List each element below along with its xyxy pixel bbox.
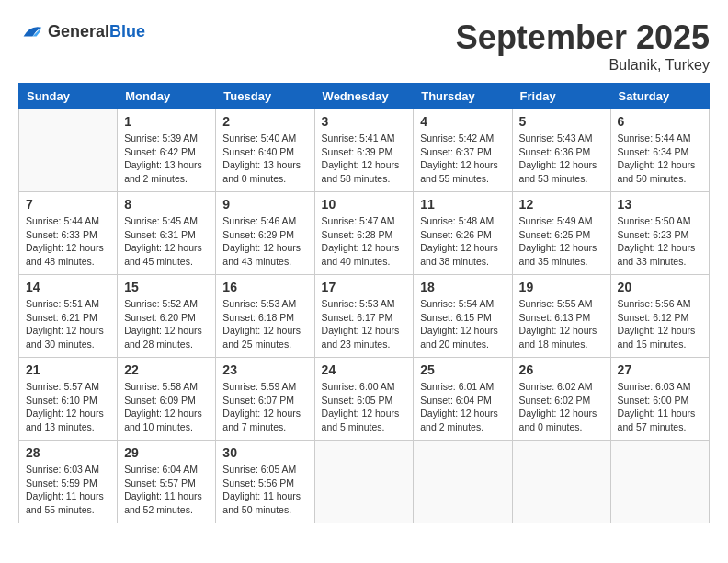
day-info: Sunrise: 5:53 AMSunset: 6:18 PMDaylight:… (222, 297, 307, 351)
table-row: 15Sunrise: 5:52 AMSunset: 6:20 PMDayligh… (118, 275, 216, 358)
col-wednesday: Wednesday (314, 84, 414, 109)
day-info: Sunrise: 5:53 AMSunset: 6:17 PMDaylight:… (322, 297, 407, 351)
day-number: 11 (420, 197, 505, 212)
col-tuesday: Tuesday (216, 84, 314, 109)
table-row: 24Sunrise: 6:00 AMSunset: 6:05 PMDayligh… (314, 358, 414, 441)
day-info: Sunrise: 5:47 AMSunset: 6:28 PMDaylight:… (322, 214, 407, 269)
table-row: 20Sunrise: 5:56 AMSunset: 6:12 PMDayligh… (610, 275, 709, 358)
table-row: 1Sunrise: 5:39 AMSunset: 6:42 PMDaylight… (118, 109, 216, 192)
day-info: Sunrise: 5:46 AMSunset: 6:29 PMDaylight:… (222, 214, 307, 269)
day-number: 17 (322, 280, 407, 294)
day-info: Sunrise: 5:56 AMSunset: 6:12 PMDaylight:… (618, 297, 702, 351)
week-row-4: 21Sunrise: 5:57 AMSunset: 6:10 PMDayligh… (19, 358, 710, 441)
day-info: Sunrise: 6:05 AMSunset: 5:56 PMDaylight:… (222, 463, 307, 517)
table-row (314, 441, 414, 523)
table-row: 2Sunrise: 5:40 AMSunset: 6:40 PMDaylight… (216, 109, 314, 192)
table-row: 21Sunrise: 5:57 AMSunset: 6:10 PMDayligh… (19, 358, 118, 441)
day-number: 10 (322, 197, 407, 212)
table-row (414, 441, 512, 523)
day-number: 26 (519, 362, 604, 377)
day-number: 12 (519, 197, 604, 212)
table-row: 12Sunrise: 5:49 AMSunset: 6:25 PMDayligh… (512, 192, 610, 275)
day-info: Sunrise: 5:58 AMSunset: 6:09 PMDaylight:… (124, 380, 209, 434)
calendar-header-row: Sunday Monday Tuesday Wednesday Thursday… (19, 84, 710, 109)
table-row: 29Sunrise: 6:04 AMSunset: 5:57 PMDayligh… (118, 441, 216, 523)
table-row: 30Sunrise: 6:05 AMSunset: 5:56 PMDayligh… (216, 441, 314, 523)
day-number: 24 (322, 362, 407, 377)
day-info: Sunrise: 5:50 AMSunset: 6:23 PMDaylight:… (618, 214, 702, 269)
day-number: 7 (26, 197, 110, 212)
table-row: 10Sunrise: 5:47 AMSunset: 6:28 PMDayligh… (314, 192, 414, 275)
logo-icon (18, 18, 44, 44)
week-row-2: 7Sunrise: 5:44 AMSunset: 6:33 PMDaylight… (19, 192, 710, 275)
day-number: 20 (618, 280, 702, 294)
day-info: Sunrise: 5:44 AMSunset: 6:34 PMDaylight:… (618, 132, 702, 186)
table-row: 22Sunrise: 5:58 AMSunset: 6:09 PMDayligh… (118, 358, 216, 441)
table-row: 9Sunrise: 5:46 AMSunset: 6:29 PMDaylight… (216, 192, 314, 275)
day-number: 3 (322, 114, 407, 129)
day-info: Sunrise: 6:04 AMSunset: 5:57 PMDaylight:… (124, 463, 209, 517)
day-number: 13 (618, 197, 702, 212)
day-number: 8 (124, 197, 209, 212)
page-header: GeneralBlue September 2025 Bulanik, Turk… (18, 18, 710, 74)
day-number: 29 (124, 445, 209, 460)
day-number: 19 (519, 280, 604, 294)
col-monday: Monday (118, 84, 216, 109)
table-row: 28Sunrise: 6:03 AMSunset: 5:59 PMDayligh… (19, 441, 118, 523)
calendar-table: Sunday Monday Tuesday Wednesday Thursday… (18, 83, 710, 523)
day-number: 16 (222, 280, 307, 294)
col-saturday: Saturday (610, 84, 709, 109)
day-number: 23 (222, 362, 307, 377)
day-number: 9 (222, 197, 307, 212)
day-info: Sunrise: 5:48 AMSunset: 6:26 PMDaylight:… (420, 214, 505, 269)
day-number: 21 (26, 362, 110, 377)
day-number: 18 (420, 280, 505, 294)
table-row: 19Sunrise: 5:55 AMSunset: 6:13 PMDayligh… (512, 275, 610, 358)
day-info: Sunrise: 5:40 AMSunset: 6:40 PMDaylight:… (222, 132, 307, 186)
table-row (512, 441, 610, 523)
table-row: 13Sunrise: 5:50 AMSunset: 6:23 PMDayligh… (610, 192, 709, 275)
location: Bulanik, Turkey (456, 57, 710, 74)
table-row (19, 109, 118, 192)
day-number: 30 (222, 445, 307, 460)
table-row: 5Sunrise: 5:43 AMSunset: 6:36 PMDaylight… (512, 109, 610, 192)
day-number: 25 (420, 362, 505, 377)
day-info: Sunrise: 5:41 AMSunset: 6:39 PMDaylight:… (322, 132, 407, 186)
week-row-1: 1Sunrise: 5:39 AMSunset: 6:42 PMDaylight… (19, 109, 710, 192)
table-row: 3Sunrise: 5:41 AMSunset: 6:39 PMDaylight… (314, 109, 414, 192)
day-info: Sunrise: 5:51 AMSunset: 6:21 PMDaylight:… (26, 297, 110, 351)
table-row: 26Sunrise: 6:02 AMSunset: 6:02 PMDayligh… (512, 358, 610, 441)
day-number: 4 (420, 114, 505, 129)
table-row: 14Sunrise: 5:51 AMSunset: 6:21 PMDayligh… (19, 275, 118, 358)
table-row: 8Sunrise: 5:45 AMSunset: 6:31 PMDaylight… (118, 192, 216, 275)
col-friday: Friday (512, 84, 610, 109)
table-row (610, 441, 709, 523)
day-info: Sunrise: 6:00 AMSunset: 6:05 PMDaylight:… (322, 380, 407, 434)
day-info: Sunrise: 5:42 AMSunset: 6:37 PMDaylight:… (420, 132, 505, 186)
col-sunday: Sunday (19, 84, 118, 109)
day-number: 6 (618, 114, 702, 129)
table-row: 16Sunrise: 5:53 AMSunset: 6:18 PMDayligh… (216, 275, 314, 358)
day-info: Sunrise: 5:44 AMSunset: 6:33 PMDaylight:… (26, 214, 110, 269)
day-number: 28 (26, 445, 110, 460)
day-info: Sunrise: 5:45 AMSunset: 6:31 PMDaylight:… (124, 214, 209, 269)
logo: GeneralBlue (18, 18, 145, 44)
day-number: 1 (124, 114, 209, 129)
day-number: 14 (26, 280, 110, 294)
day-info: Sunrise: 6:03 AMSunset: 6:00 PMDaylight:… (618, 380, 702, 434)
logo-general: General (48, 22, 109, 40)
day-number: 5 (519, 114, 604, 129)
col-thursday: Thursday (414, 84, 512, 109)
day-info: Sunrise: 6:01 AMSunset: 6:04 PMDaylight:… (420, 380, 505, 434)
day-number: 15 (124, 280, 209, 294)
table-row: 27Sunrise: 6:03 AMSunset: 6:00 PMDayligh… (610, 358, 709, 441)
table-row: 6Sunrise: 5:44 AMSunset: 6:34 PMDaylight… (610, 109, 709, 192)
table-row: 25Sunrise: 6:01 AMSunset: 6:04 PMDayligh… (414, 358, 512, 441)
day-number: 27 (618, 362, 702, 377)
table-row: 7Sunrise: 5:44 AMSunset: 6:33 PMDaylight… (19, 192, 118, 275)
day-number: 22 (124, 362, 209, 377)
day-info: Sunrise: 5:52 AMSunset: 6:20 PMDaylight:… (124, 297, 209, 351)
day-info: Sunrise: 5:59 AMSunset: 6:07 PMDaylight:… (222, 380, 307, 434)
logo-blue: Blue (109, 22, 145, 40)
table-row: 4Sunrise: 5:42 AMSunset: 6:37 PMDaylight… (414, 109, 512, 192)
